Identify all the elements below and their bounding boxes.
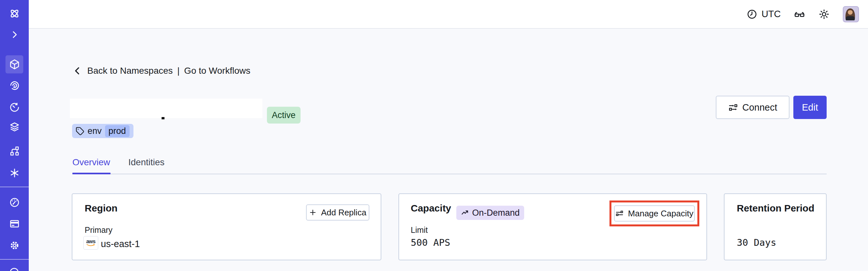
namespace-tag[interactable]: env prod bbox=[72, 124, 133, 138]
tab-identities[interactable]: Identities bbox=[128, 157, 164, 168]
namespace-title-dot bbox=[162, 117, 164, 119]
sidebar-item-temporal-logo[interactable] bbox=[0, 4, 29, 23]
trending-up-icon bbox=[461, 209, 469, 217]
gauge-icon bbox=[9, 197, 20, 208]
sidebar-divider bbox=[0, 187, 29, 187]
on-demand-badge: On-Demand bbox=[456, 206, 524, 220]
add-replica-button[interactable]: Add Replica bbox=[306, 204, 369, 220]
edit-label: Edit bbox=[802, 102, 818, 113]
sidebar-item-layers[interactable] bbox=[0, 118, 29, 136]
sidebar-item-asterisk[interactable] bbox=[0, 164, 29, 182]
namespace-title-redacted bbox=[70, 99, 262, 118]
back-to-namespaces-link[interactable]: Back to Namespaces bbox=[87, 66, 173, 76]
breadcrumb: Back to Namespaces | Go to Workflows bbox=[72, 66, 250, 76]
limit-label: Limit bbox=[411, 225, 428, 235]
temporal-logo-icon bbox=[8, 7, 21, 20]
plus-icon bbox=[309, 209, 317, 216]
timezone-selector[interactable]: UTC bbox=[746, 9, 781, 20]
tab-overview[interactable]: Overview bbox=[72, 157, 110, 168]
tag-value: prod bbox=[105, 125, 130, 137]
sidebar-item-billing[interactable] bbox=[0, 215, 29, 233]
edit-button[interactable]: Edit bbox=[793, 96, 827, 119]
sidebar-expand-button[interactable] bbox=[0, 26, 29, 44]
region-value: us-east-1 bbox=[101, 239, 140, 249]
chevron-right-icon bbox=[10, 30, 20, 39]
topbar: UTC bbox=[29, 0, 868, 29]
sidebar-nav bbox=[0, 0, 29, 271]
reading-glasses-icon[interactable] bbox=[794, 8, 805, 20]
tab-active-underline bbox=[72, 173, 111, 174]
retention-value: 30 Days bbox=[737, 237, 776, 248]
capacity-card-title: Capacity bbox=[411, 203, 451, 214]
limit-value: 500 APS bbox=[411, 237, 450, 248]
timer-icon bbox=[9, 102, 20, 113]
timezone-label: UTC bbox=[762, 9, 781, 20]
manage-capacity-label: Manage Capacity bbox=[628, 209, 693, 219]
tag-key: env bbox=[88, 126, 102, 136]
sidebar-divider bbox=[0, 259, 29, 260]
layers-icon bbox=[9, 121, 20, 132]
branch-icon bbox=[9, 146, 20, 156]
chevron-left-icon[interactable] bbox=[72, 66, 83, 76]
sidebar-item-spiral[interactable] bbox=[0, 77, 29, 95]
sun-theme-icon[interactable] bbox=[818, 8, 830, 20]
credit-card-icon bbox=[9, 218, 20, 229]
on-demand-label: On-Demand bbox=[472, 208, 520, 218]
gear-icon bbox=[9, 240, 20, 251]
region-card-title: Region bbox=[85, 203, 118, 214]
cube-icon bbox=[9, 59, 20, 70]
sidebar-item-bottom-partial[interactable] bbox=[9, 266, 20, 271]
aws-logo: aws bbox=[86, 239, 96, 244]
connect-label: Connect bbox=[742, 102, 777, 113]
breadcrumb-separator: | bbox=[178, 66, 180, 76]
manage-capacity-button[interactable]: Manage Capacity bbox=[614, 205, 695, 221]
user-avatar[interactable] bbox=[843, 6, 859, 22]
go-to-workflows-link[interactable]: Go to Workflows bbox=[184, 66, 250, 76]
aws-provider-badge: aws bbox=[83, 236, 98, 250]
sidebar-item-gauge[interactable] bbox=[0, 193, 29, 211]
sidebar-item-timer[interactable] bbox=[0, 98, 29, 116]
sidebar-item-settings[interactable] bbox=[0, 236, 29, 254]
retention-card-title: Retention Period bbox=[737, 203, 814, 214]
connect-icon bbox=[728, 102, 738, 113]
connect-button[interactable]: Connect bbox=[716, 96, 789, 119]
clock-icon bbox=[746, 9, 757, 20]
tabs-border bbox=[72, 174, 827, 174]
primary-label: Primary bbox=[85, 225, 113, 235]
spiral-icon bbox=[9, 80, 20, 91]
asterisk-icon bbox=[9, 168, 20, 179]
partial-circle-icon bbox=[9, 266, 20, 271]
region-card bbox=[72, 193, 381, 260]
add-replica-label: Add Replica bbox=[321, 208, 366, 218]
aws-smile-icon bbox=[86, 244, 95, 247]
manage-capacity-highlight: Manage Capacity bbox=[610, 201, 699, 227]
sliders-icon bbox=[615, 209, 624, 218]
tag-icon bbox=[75, 127, 84, 136]
sidebar-item-namespaces[interactable] bbox=[0, 55, 29, 73]
status-badge: Active bbox=[267, 107, 301, 124]
sidebar-item-branch[interactable] bbox=[0, 142, 29, 160]
